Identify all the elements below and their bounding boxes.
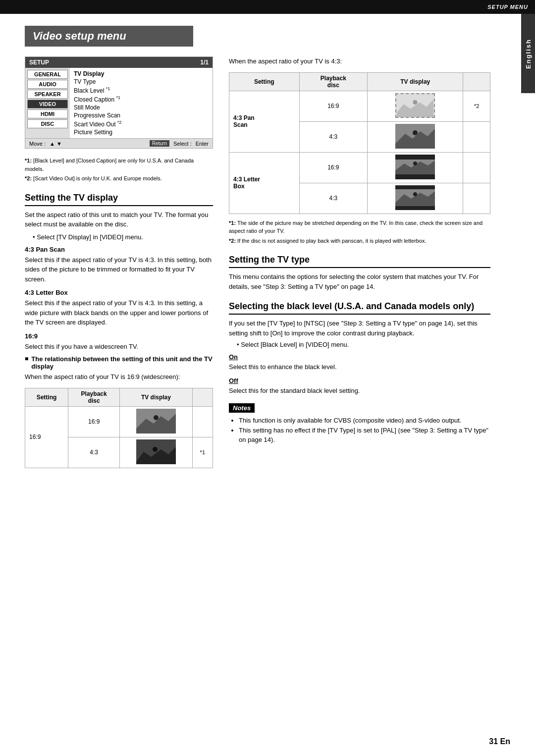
nav-arrows: ▲ ▼ bbox=[50, 141, 62, 147]
setup-menu-footer: Move : ▲ ▼ Return Select : Enter bbox=[25, 138, 213, 148]
right-footnote-1: *1: The side of the picture may be stret… bbox=[229, 219, 490, 235]
playback-letter-box-43: 4:3 bbox=[299, 183, 368, 214]
setup-page-num: 1/1 bbox=[200, 59, 209, 66]
menu-item-black-level[interactable]: Black Level *1 bbox=[74, 86, 209, 95]
tv-display-pan-scan-43 bbox=[368, 121, 463, 152]
setup-btn-disc[interactable]: DISC bbox=[27, 119, 68, 128]
note-cell-1 bbox=[192, 406, 213, 437]
setting-cell-169: 16:9 bbox=[25, 406, 68, 468]
relationship-title: The relationship between the setting of … bbox=[31, 355, 213, 370]
setup-footnotes: *1: [Black Level] and [Closed Caption] a… bbox=[25, 157, 213, 183]
relationship-intro: When the aspect ratio of your TV is 16:9… bbox=[25, 372, 213, 382]
svg-point-2 bbox=[154, 415, 159, 420]
tv-type-section-title: Setting the TV type bbox=[229, 255, 490, 268]
enter-label: Enter bbox=[196, 141, 209, 147]
setup-btn-video[interactable]: VIDEO bbox=[27, 100, 68, 108]
menu-item-tv-display[interactable]: TV Display bbox=[74, 70, 209, 78]
aspect-intro: When the aspect ratio of your TV is 4:3: bbox=[229, 56, 490, 66]
right-column: When the aspect ratio of your TV is 4:3:… bbox=[229, 56, 490, 473]
tv-display-bullet: • Select [TV Display] in [VIDEO] menu. bbox=[33, 233, 213, 241]
playback-pan-scan-43: 4:3 bbox=[299, 121, 368, 152]
top-bar-title: SETUP MENU bbox=[487, 4, 528, 10]
setup-menu-box: SETUP 1/1 GENERAL AUDIO SPEAKER VIDEO HD… bbox=[25, 56, 213, 149]
svg-rect-19 bbox=[395, 206, 435, 210]
page-title-bar: Video setup menu bbox=[25, 26, 193, 47]
relationship-heading: The relationship between the setting of … bbox=[25, 355, 213, 370]
left-column: SETUP 1/1 GENERAL AUDIO SPEAKER VIDEO HD… bbox=[25, 56, 213, 473]
left-table-header-tvdisplay: TV display bbox=[120, 388, 192, 406]
menu-item-tv-type[interactable]: TV Type bbox=[74, 78, 209, 86]
setup-menu-right-items: TV Display TV Type Black Level *1 Closed… bbox=[70, 68, 213, 138]
side-tab-label: English bbox=[525, 39, 532, 69]
svg-rect-18 bbox=[395, 185, 435, 189]
note-letter-box-43 bbox=[463, 183, 490, 214]
tv-display-intro: Set the aspect ratio of this unit to mat… bbox=[25, 210, 213, 229]
svg-point-8 bbox=[413, 100, 418, 104]
note-cell-2: *1 bbox=[192, 437, 213, 468]
menu-item-picture-setting[interactable]: Picture Setting bbox=[74, 128, 209, 136]
tv-display-letter-box-43 bbox=[368, 183, 463, 214]
off-title: Off bbox=[229, 377, 490, 384]
tv-display-pan-scan-169 bbox=[368, 91, 463, 121]
tv-display-section-title: Setting the TV display bbox=[25, 193, 213, 206]
sixteen-nine-title: 16:9 bbox=[25, 332, 213, 340]
left-table-header-note bbox=[192, 388, 213, 406]
setup-label: SETUP bbox=[29, 59, 49, 66]
table-row: 16:9 16:9 bbox=[25, 406, 213, 437]
note-pan-scan-169: *2 bbox=[463, 91, 490, 121]
left-table-header-playback: Playbackdisc bbox=[68, 388, 120, 406]
side-tab: English bbox=[521, 14, 535, 93]
move-label: Move : bbox=[29, 141, 46, 147]
setup-btn-audio[interactable]: AUDIO bbox=[27, 80, 68, 89]
off-text: Select this for the standard black level… bbox=[229, 386, 490, 396]
note-letter-box-169 bbox=[463, 152, 490, 183]
menu-item-scart-video-out[interactable]: Scart Video Out *2 bbox=[74, 119, 209, 128]
svg-point-5 bbox=[153, 447, 158, 452]
notes-list: This function is only available for CVBS… bbox=[239, 416, 490, 445]
svg-point-16 bbox=[413, 162, 417, 165]
right-table-header-tvdisplay: TV display bbox=[368, 72, 463, 91]
note-pan-scan-43 bbox=[463, 121, 490, 152]
on-title: On bbox=[229, 353, 490, 361]
left-table-header-setting: Setting bbox=[25, 388, 68, 406]
tv-display-cell-169 bbox=[120, 406, 192, 437]
menu-item-still-mode[interactable]: Still Mode bbox=[74, 104, 209, 111]
letter-box-title: 4:3 Letter Box bbox=[25, 289, 213, 296]
two-col-layout: SETUP 1/1 GENERAL AUDIO SPEAKER VIDEO HD… bbox=[25, 56, 490, 473]
table-row: 4:3 LetterBox 16:9 bbox=[229, 152, 490, 183]
left-tv-table: Setting Playbackdisc TV display 16:9 16:… bbox=[25, 388, 213, 468]
right-table-header-note bbox=[463, 72, 490, 91]
page-title: Video setup menu bbox=[33, 30, 126, 42]
menu-item-progressive-scan[interactable]: Progressive Scan bbox=[74, 111, 209, 119]
right-tv-table: Setting Playbackdisc TV display 4:3 PanS… bbox=[229, 72, 490, 214]
setting-letter-box: 4:3 LetterBox bbox=[229, 152, 300, 214]
note-item-2: This setting has no effect if the [TV Ty… bbox=[239, 426, 490, 445]
top-bar: SETUP MENU bbox=[0, 0, 535, 14]
page-footer: 31 En bbox=[489, 737, 510, 746]
svg-point-11 bbox=[413, 130, 418, 135]
setup-menu-body: GENERAL AUDIO SPEAKER VIDEO HDMI DISC TV… bbox=[25, 68, 213, 138]
menu-item-closed-caption[interactable]: Closed Caption *1 bbox=[74, 95, 209, 104]
setting-pan-scan: 4:3 PanScan bbox=[229, 91, 300, 152]
black-level-section-title: Selecting the black level (U.S.A. and Ca… bbox=[229, 301, 490, 315]
setup-btn-hdmi[interactable]: HDMI bbox=[27, 109, 68, 118]
pan-scan-title: 4:3 Pan Scan bbox=[25, 246, 213, 253]
tv-display-letter-box-169 bbox=[368, 152, 463, 183]
setup-btn-speaker[interactable]: SPEAKER bbox=[27, 90, 68, 99]
playback-letter-box-169: 16:9 bbox=[299, 152, 368, 183]
main-content: Video setup menu SETUP 1/1 GENERAL AUDIO… bbox=[0, 14, 535, 493]
letter-box-text: Select this if the aspect ratio of your … bbox=[25, 298, 213, 327]
black-level-bullet: • Select [Black Level] in [VIDEO] menu. bbox=[237, 341, 490, 348]
svg-point-21 bbox=[413, 192, 417, 196]
right-table-header-setting: Setting bbox=[229, 72, 300, 91]
setup-menu-left-buttons: GENERAL AUDIO SPEAKER VIDEO HDMI DISC bbox=[25, 68, 70, 138]
black-level-intro: If you set the [TV Type] to [NTSC] (see … bbox=[229, 319, 490, 338]
notes-title: Notes bbox=[229, 403, 255, 413]
right-table-header-playback: Playbackdisc bbox=[299, 72, 368, 91]
return-button[interactable]: Return bbox=[150, 140, 169, 147]
tv-type-text: This menu contains the options for selec… bbox=[229, 272, 490, 291]
playback-pan-scan-169: 16:9 bbox=[299, 91, 368, 121]
setup-btn-general[interactable]: GENERAL bbox=[27, 70, 68, 79]
svg-rect-14 bbox=[395, 174, 435, 179]
table-row: 4:3 PanScan 16:9 *2 bbox=[229, 91, 490, 121]
